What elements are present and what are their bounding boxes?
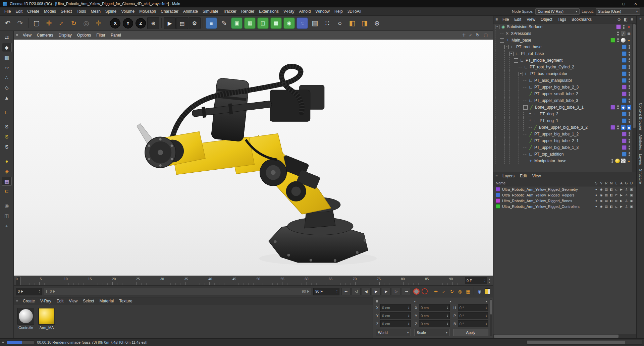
keyframe-position-toggle[interactable]: ✛ bbox=[432, 288, 439, 295]
deformer-icon[interactable]: ≈ bbox=[297, 17, 308, 29]
generators-icon[interactable]: ♙ bbox=[624, 205, 629, 208]
layer-color-chip[interactable] bbox=[622, 45, 627, 49]
hamburger-icon[interactable]: ≡ bbox=[495, 17, 498, 22]
slash-tag-icon[interactable]: ╱ bbox=[621, 31, 626, 36]
range-end-field[interactable]: 90 F ▴▾ bbox=[313, 288, 339, 295]
layer-color-chip[interactable] bbox=[622, 71, 627, 76]
view-icon[interactable]: ◉ bbox=[599, 193, 604, 197]
material-item[interactable]: Controlle bbox=[17, 308, 35, 330]
visibility-dots-icon[interactable] bbox=[629, 45, 630, 49]
generators-icon[interactable]: ♙ bbox=[624, 188, 629, 191]
preview-range-bar[interactable]: ‖ 0 F 90 F bbox=[44, 288, 311, 295]
keyframe-scale-toggle[interactable]: ↕ bbox=[440, 288, 447, 295]
view-icon[interactable]: ◉ bbox=[599, 205, 604, 208]
visibility-dots-icon[interactable] bbox=[629, 112, 630, 116]
tree-row[interactable]: −∟PT_middle_segment bbox=[493, 57, 632, 64]
pen-spline-icon[interactable]: ✎ bbox=[218, 17, 230, 29]
tree-row[interactable]: ∟PT_upper_big_tube_2_3 bbox=[493, 84, 632, 91]
orange-dot-tag-icon[interactable]: ● bbox=[627, 159, 631, 163]
add-tool-icon[interactable]: + bbox=[2, 221, 12, 230]
matrix-icon[interactable]: ▩ bbox=[270, 17, 282, 29]
generators-icon[interactable]: ♙ bbox=[624, 193, 629, 197]
render-picture-viewer-icon[interactable]: ▤ bbox=[176, 17, 188, 29]
model-mode-icon[interactable]: ◆ bbox=[2, 43, 12, 52]
enable-axis-icon[interactable]: ∟ bbox=[2, 108, 12, 117]
manager-icon[interactable]: ◧ bbox=[609, 199, 614, 203]
rotate-tool-icon[interactable]: ↻ bbox=[68, 17, 80, 29]
viewport-menu-panel[interactable]: Panel bbox=[108, 33, 124, 38]
film-tag-icon[interactable]: ▤ bbox=[627, 31, 631, 36]
expander-minus-icon[interactable]: − bbox=[523, 105, 528, 110]
expressions-icon[interactable]: ▣ bbox=[629, 199, 634, 203]
tree-row[interactable]: ╱PT_upper_big_tube_1_2 bbox=[493, 131, 632, 137]
visibility-dots-icon[interactable] bbox=[629, 92, 630, 96]
visibility-dots-icon[interactable] bbox=[617, 125, 619, 129]
expander-minus-icon[interactable]: − bbox=[500, 38, 504, 43]
menu-v-ray[interactable]: V-Ray bbox=[281, 9, 297, 14]
render-icon[interactable]: ▤ bbox=[604, 205, 609, 208]
paint-tool-icon[interactable]: ● bbox=[2, 157, 12, 166]
layer-row[interactable]: Ultra_Robotic_Arm_Yellow_Rigged_Geometry… bbox=[493, 186, 636, 192]
move-tool-icon[interactable]: ✛ bbox=[43, 17, 55, 29]
expressions-icon[interactable]: ▣ bbox=[629, 205, 634, 208]
quantize-icon[interactable]: ▦ bbox=[2, 177, 12, 186]
visibility-dots-icon[interactable] bbox=[629, 65, 630, 69]
visibility-dots-icon[interactable] bbox=[629, 58, 630, 62]
stepper-icon[interactable]: ▴▾ bbox=[447, 322, 448, 326]
coordinate-column-header[interactable]: --▾ bbox=[456, 299, 488, 303]
generators-icon[interactable]: ♙ bbox=[624, 199, 629, 203]
material-thumbnail[interactable] bbox=[38, 308, 55, 325]
nav-up-icon[interactable]: ▴ bbox=[489, 278, 490, 280]
tree-row[interactable]: −◉Subdivision Surface✕ bbox=[493, 23, 632, 30]
tree-row[interactable]: +∟PT_ring_2 bbox=[493, 111, 632, 117]
field-icon[interactable]: ◉ bbox=[283, 17, 295, 29]
dots-icon[interactable]: ∷ bbox=[321, 17, 333, 29]
layer-color-chip[interactable] bbox=[622, 132, 627, 136]
y-axis-lock-button[interactable]: Y bbox=[123, 18, 133, 28]
hamburger-icon[interactable]: ≡ bbox=[495, 174, 498, 178]
dock-tab-content-browser[interactable]: Content Browser bbox=[639, 101, 643, 132]
animation-icon[interactable]: ▶ bbox=[619, 193, 624, 197]
lock-icon[interactable]: ⊏ bbox=[614, 199, 619, 203]
tree-row[interactable]: ∟PT_asix_manipulator bbox=[493, 77, 632, 84]
filter-icon[interactable]: ◧ bbox=[624, 17, 628, 22]
layer-color-chip[interactable] bbox=[610, 125, 615, 130]
layer-color-chip[interactable] bbox=[622, 112, 627, 116]
menu-simulate[interactable]: Simulate bbox=[200, 9, 221, 14]
expander-minus-icon[interactable]: − bbox=[509, 52, 514, 56]
layer-color-chip[interactable] bbox=[622, 65, 627, 69]
view-icon[interactable]: ◉ bbox=[599, 199, 604, 203]
view-icon[interactable]: ◉ bbox=[599, 188, 604, 191]
stepper-icon[interactable]: ▴▾ bbox=[447, 306, 448, 309]
expander-minus-icon[interactable]: − bbox=[514, 58, 518, 63]
menu-create[interactable]: Create bbox=[25, 9, 42, 14]
material-thumbnail[interactable] bbox=[17, 308, 34, 325]
prev-frame-button[interactable]: ◀ bbox=[362, 288, 371, 295]
visibility-dots-icon[interactable] bbox=[623, 25, 625, 29]
fracture-icon[interactable]: ◫ bbox=[257, 17, 269, 29]
keyframe-rotation-toggle[interactable]: ↻ bbox=[448, 288, 455, 295]
material-menu-texture[interactable]: Texture bbox=[116, 299, 135, 303]
layer-color-chip[interactable] bbox=[496, 198, 500, 203]
layer-color-chip[interactable] bbox=[622, 78, 627, 83]
texture-mode-icon[interactable]: ▩ bbox=[2, 53, 12, 62]
visibility-dots-icon[interactable] bbox=[611, 159, 613, 163]
tree-row[interactable]: ╱Bone_upper_big_tube_3_2◆◆ bbox=[493, 124, 632, 131]
lock-icon[interactable]: ⊏ bbox=[614, 205, 619, 208]
current-frame-field[interactable]: 0 F ▴▾ bbox=[465, 277, 487, 284]
expander-minus-icon[interactable]: − bbox=[519, 72, 523, 76]
tree-row[interactable]: −∟PT_bas_manipulator bbox=[493, 70, 632, 77]
solo-dot-icon[interactable]: ● bbox=[594, 199, 599, 203]
stepper-icon[interactable]: ▴▾ bbox=[408, 322, 409, 326]
material-item[interactable]: Arm_MA bbox=[38, 308, 55, 330]
menu-edit[interactable]: Edit bbox=[13, 9, 25, 14]
tree-row[interactable]: ✕XPressions╱▤ bbox=[493, 30, 632, 37]
material-nodes-icon[interactable]: ◨ bbox=[359, 17, 371, 29]
tree-row[interactable]: −∟PT_rot_base bbox=[493, 50, 632, 57]
grid-array-icon[interactable]: ▤ bbox=[309, 17, 321, 29]
layer-row[interactable]: Ultra_Robotic_Arm_Yellow_Rigged_Controll… bbox=[493, 204, 636, 209]
next-frame-button[interactable]: ▶ bbox=[382, 288, 391, 295]
animation-icon[interactable]: ▶ bbox=[619, 199, 624, 203]
layer-color-chip[interactable] bbox=[622, 85, 627, 90]
menu-file[interactable]: File bbox=[2, 9, 13, 14]
